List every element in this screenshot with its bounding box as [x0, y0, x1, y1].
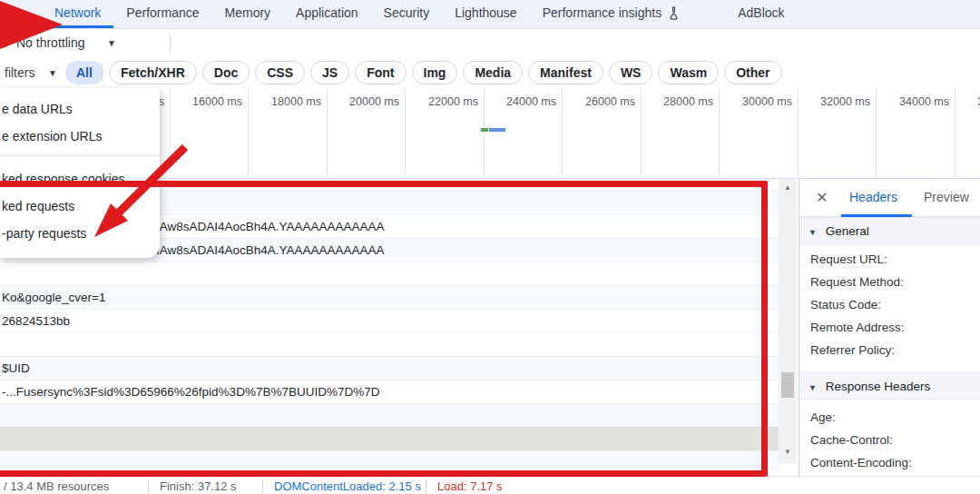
details-header: ✕ Headers Preview — [799, 179, 980, 217]
request-row[interactable]: 26824513bb — [0, 309, 779, 332]
timeline-label: 32000 ms — [794, 95, 870, 108]
filter-pill-all[interactable]: All — [65, 61, 103, 84]
tab-adblock[interactable]: AdBlock — [725, 0, 797, 28]
filter-pill-ws[interactable]: WS — [609, 61, 653, 84]
request-details-panel: ✕ Headers Preview ▼ General Request URL:… — [799, 179, 980, 494]
dom-content-loaded-time: DOMContentLoaded: 2.15 s — [274, 479, 421, 493]
menu-item-blocked-response-cookies[interactable]: ked response cookies — [2, 165, 124, 193]
tab-memory-label: Memory — [225, 5, 271, 20]
request-row[interactable] — [0, 262, 779, 285]
request-row[interactable] — [0, 450, 779, 470]
tab-application-label: Application — [296, 5, 358, 20]
request-url: IAw8sADAI4AocBh4A.YAAAAAAAAAAAA — [156, 239, 385, 262]
request-url: IAw8sADAI4AocBh4A.YAAAAAAAAAAAA — [156, 215, 385, 238]
load-time: Load: 7.17 s — [437, 479, 503, 493]
timeline-label: 30000 ms — [716, 95, 792, 108]
throttling-caret-icon[interactable]: ▼ — [107, 38, 116, 48]
tab-performance-insights[interactable]: Performance insights — [530, 0, 693, 28]
section-general[interactable]: ▼ General — [799, 217, 980, 244]
header-label: Request Method: — [810, 271, 904, 293]
header-label: Remote Address: — [810, 316, 905, 339]
resources-summary: / 13.4 MB resources — [4, 479, 109, 493]
section-response-headers-title: Response Headers — [826, 380, 931, 393]
tab-memory[interactable]: Memory — [212, 0, 284, 28]
filter-pill-img[interactable]: Img — [412, 61, 458, 84]
status-bar: / 13.4 MB resources Finish: 37.12 s DOMC… — [0, 476, 980, 494]
section-caret-icon[interactable]: ▼ — [808, 228, 817, 237]
more-filters-clipped-label[interactable]: filters — [5, 65, 34, 80]
filter-pill-doc[interactable]: Doc — [202, 61, 250, 84]
request-row[interactable] — [0, 403, 779, 427]
flask-icon — [668, 6, 680, 20]
timeline-label: 28000 ms — [637, 95, 713, 108]
status-divider — [262, 479, 263, 492]
request-url: -...Fusersync%3Fsid%3D65966%26fpid%3D%7B… — [2, 380, 379, 403]
menu-item-blocked-requests[interactable]: ked requests — [2, 193, 74, 220]
toolbar-divider — [170, 34, 171, 54]
request-row[interactable]: Ko&google_cver=1 — [0, 285, 779, 309]
tab-performance[interactable]: Performance — [113, 0, 211, 28]
scrollbar-thumb[interactable] — [781, 372, 794, 398]
tab-performance-insights-label: Performance insights — [543, 5, 662, 20]
network-toolbar: e No throttling ▼ — [0, 29, 980, 58]
scroll-up-icon[interactable]: ▲ — [779, 181, 797, 195]
filter-pill-other[interactable]: Other — [724, 61, 781, 84]
request-row[interactable]: $UID — [0, 356, 779, 380]
tab-adblock-label: AdBlock — [738, 5, 784, 20]
tab-headers[interactable]: Headers — [849, 190, 897, 204]
filter-pill-manifest[interactable]: Manifest — [528, 61, 603, 84]
request-row[interactable]: -...Fusersync%3Fsid%3D65966%26fpid%3D%7B… — [0, 380, 779, 403]
request-row-selected[interactable] — [0, 427, 779, 450]
filter-pill-css[interactable]: CSS — [255, 61, 305, 84]
timeline-label: 24000 ms — [480, 95, 556, 108]
header-label: Cache-Control: — [810, 429, 893, 451]
overview-waterfall-bar-green — [481, 128, 488, 132]
finish-time: Finish: 37.12 s — [160, 479, 237, 493]
timeline-label: 26000 ms — [559, 95, 635, 108]
header-label: Request URL: — [810, 248, 887, 271]
timeline-label: 34000 ms — [873, 95, 949, 108]
filter-pill-js[interactable]: JS — [310, 61, 349, 84]
menu-item-hide-data-urls[interactable]: e data URLs — [2, 95, 73, 123]
menu-separator — [0, 155, 160, 156]
filter-context-menu: e data URLs e extension URLs ked respons… — [0, 88, 160, 258]
close-icon[interactable]: ✕ — [816, 189, 828, 206]
request-list-scrollbar[interactable]: ▲ ▼ — [779, 179, 797, 463]
filter-pill-row: Fetch/XHR Doc CSS JS Font Img Media Mani… — [109, 61, 782, 84]
section-response-headers[interactable]: ▼ Response Headers — [799, 372, 980, 400]
header-label: Referrer Policy: — [810, 339, 895, 361]
filter-bar: filters ▼ All Fetch/XHR Doc CSS JS Font … — [0, 58, 980, 89]
header-label: Content-Encoding: — [810, 451, 912, 474]
tab-security[interactable]: Security — [371, 0, 443, 28]
request-url: 26824513bb — [2, 310, 70, 332]
scroll-down-icon[interactable]: ▼ — [779, 445, 797, 459]
status-divider — [148, 479, 149, 492]
tab-performance-label: Performance — [126, 5, 199, 20]
timeline-label: 22000 ms — [402, 95, 478, 108]
toolbar-clipped-text: e — [1, 35, 8, 50]
section-general-title: General — [826, 224, 869, 238]
more-filters-caret-icon[interactable]: ▼ — [48, 68, 57, 78]
tab-application[interactable]: Application — [283, 0, 371, 28]
menu-item-third-party-requests[interactable]: -party requests — [2, 220, 86, 247]
menu-item-hide-extension-urls[interactable]: e extension URLs — [2, 123, 103, 150]
filter-pill-wasm[interactable]: Wasm — [658, 61, 719, 84]
filter-pill-media[interactable]: Media — [463, 61, 523, 84]
section-caret-icon[interactable]: ▼ — [808, 383, 817, 392]
filter-pill-font[interactable]: Font — [355, 61, 406, 84]
request-row[interactable] — [0, 332, 779, 356]
tab-lighthouse[interactable]: Lighthouse — [442, 0, 530, 28]
tab-security-label: Security — [384, 5, 430, 20]
devtools-tab-bar: Network Performance Memory Application S… — [0, 0, 980, 29]
filter-pill-fetch-xhr[interactable]: Fetch/XHR — [109, 61, 197, 84]
filter-divider — [102, 64, 103, 82]
timeline-label: 20000 ms — [323, 95, 399, 108]
tab-network[interactable]: Network — [42, 0, 113, 28]
timeline-label: 18000 ms — [245, 95, 321, 108]
tab-preview[interactable]: Preview — [924, 190, 969, 204]
overview-waterfall-bar-blue — [489, 128, 505, 132]
status-divider — [426, 479, 426, 492]
request-url: $UID — [2, 357, 30, 380]
timeline-label: 36000 ms — [951, 95, 980, 108]
throttling-select[interactable]: No throttling — [16, 35, 84, 50]
